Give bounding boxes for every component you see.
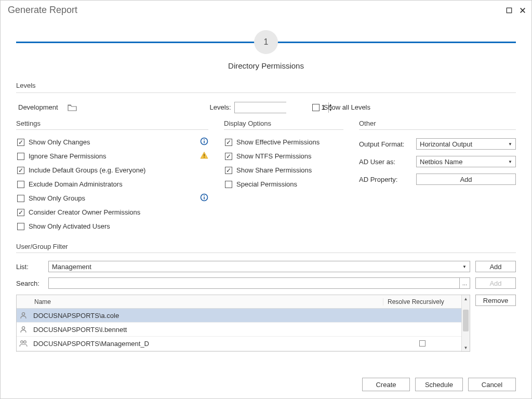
schedule-button[interactable]: Schedule	[415, 378, 463, 391]
settings-item-label: Show Only Groups	[29, 194, 85, 202]
settings-checkbox[interactable]	[17, 167, 24, 174]
folder-icon[interactable]	[68, 104, 77, 111]
filter-list-value: Management	[52, 263, 91, 271]
settings-item: Exclude Domain Administrators	[16, 177, 208, 191]
display-item: Show NTFS Permissions	[224, 149, 343, 163]
settings-item: Consider Creator Owner Permissions	[16, 205, 208, 219]
warn-icon	[200, 151, 208, 161]
group-icon	[17, 339, 30, 348]
row-name: DOCUSNAPSPORTS\l.bennett	[30, 326, 383, 334]
display-item-label: Special Permissions	[236, 180, 297, 188]
titlebar: Generate Report	[1, 1, 531, 18]
filter-search-wrap: …	[48, 277, 470, 289]
svg-rect-8	[204, 195, 205, 196]
levels-path-label: Development	[18, 103, 58, 111]
settings-item-label: Exclude Domain Administrators	[29, 180, 123, 188]
window: Generate Report 1 Directory Permissions …	[0, 0, 532, 399]
filter-search-add-button: Add	[475, 277, 516, 289]
display-item-label: Show NTFS Permissions	[236, 152, 311, 160]
scroll-up-icon[interactable]: ▲	[462, 295, 470, 302]
cancel-button[interactable]: Cancel	[468, 378, 516, 391]
filter-list-add-label: Add	[489, 263, 501, 271]
ad-user-select[interactable]: Netbios Name ▼	[416, 156, 516, 167]
settings-checkbox[interactable]	[17, 223, 24, 230]
settings-item-label: Include Default Groups (e.g. Everyone)	[29, 166, 145, 174]
svg-rect-7	[204, 197, 205, 200]
settings-item: Include Default Groups (e.g. Everyone)	[16, 163, 208, 177]
show-all-levels-checkbox[interactable]	[312, 104, 320, 111]
settings-item: Ignore Share Permissions	[16, 149, 208, 163]
output-format-label: Output Format:	[359, 140, 411, 148]
display-checkbox[interactable]	[225, 167, 232, 174]
svg-point-12	[24, 341, 26, 343]
browse-icon[interactable]: …	[459, 278, 470, 288]
ad-property-label: AD Property:	[359, 176, 411, 183]
cancel-label: Cancel	[482, 381, 502, 389]
settings-checkbox[interactable]	[17, 209, 24, 216]
output-format-select[interactable]: Horizontal Output ▼	[416, 138, 516, 150]
create-label: Create	[376, 381, 396, 389]
chevron-down-icon: ▼	[508, 159, 512, 164]
display-checkbox[interactable]	[225, 181, 232, 188]
show-all-levels-label: Show all Levels	[324, 103, 370, 111]
settings-checkbox[interactable]	[17, 195, 24, 202]
close-icon[interactable]	[519, 7, 526, 14]
display-section-label: Display Options	[224, 119, 343, 127]
other-section-label: Other	[359, 119, 516, 127]
settings-item-label: Consider Creator Owner Permissions	[29, 208, 140, 216]
display-item: Special Permissions	[224, 177, 343, 191]
table-row[interactable]: DOCUSNAPSPORTS\a.cole	[17, 309, 461, 323]
ad-property-add-button[interactable]: Add	[416, 174, 516, 185]
window-title: Generate Report	[8, 5, 77, 16]
scroll-thumb[interactable]	[463, 310, 469, 331]
row-resolve-cell	[383, 340, 461, 347]
settings-item: Show Only Changes	[16, 135, 208, 149]
chevron-down-icon: ▼	[508, 142, 512, 147]
user-icon	[17, 325, 30, 334]
display-item-label: Show Effective Permissions	[236, 138, 320, 146]
table-row[interactable]: DOCUSNAPSPORTS\Management_D	[17, 337, 461, 351]
grid-scrollbar[interactable]: ▲ ▼	[461, 295, 470, 351]
footer: Create Schedule Cancel	[1, 370, 531, 398]
settings-checkbox[interactable]	[17, 181, 24, 188]
schedule-label: Schedule	[425, 381, 453, 389]
display-checkbox[interactable]	[225, 153, 232, 160]
resolve-checkbox[interactable]	[419, 340, 425, 347]
table-row[interactable]: DOCUSNAPSPORTS\l.bennett	[17, 323, 461, 337]
output-format-value: Horizontal Output	[420, 140, 472, 148]
scroll-down-icon[interactable]: ▼	[462, 344, 470, 351]
info-icon	[200, 137, 208, 147]
ad-property-add-label: Add	[460, 176, 472, 183]
settings-section-label: Settings	[16, 119, 208, 127]
ad-user-value: Netbios Name	[420, 158, 462, 166]
filter-search-input[interactable]	[49, 278, 459, 288]
levels-spinner[interactable]: ▲ ▼	[234, 102, 286, 113]
settings-item-label: Show Only Activated Users	[29, 222, 110, 230]
step-number: 1	[254, 30, 278, 54]
settings-checkbox[interactable]	[17, 139, 24, 146]
filter-search-add-label: Add	[489, 280, 501, 287]
svg-point-9	[22, 313, 24, 315]
maximize-icon[interactable]	[506, 7, 513, 14]
filter-remove-label: Remove	[483, 297, 508, 304]
display-item: Show Share Permissions	[224, 163, 343, 177]
create-button[interactable]: Create	[362, 378, 410, 391]
svg-rect-4	[204, 154, 205, 156]
info-icon	[200, 193, 208, 203]
grid-col-resolve[interactable]: Resolve Recursively	[383, 298, 461, 305]
filter-grid: Name Resolve Recursively DOCUSNAPSPORTS\…	[16, 295, 470, 352]
display-checkbox[interactable]	[225, 139, 232, 146]
settings-checkbox[interactable]	[17, 153, 24, 160]
page-subtitle: Directory Permissions	[16, 61, 516, 70]
settings-item-label: Show Only Changes	[29, 138, 90, 146]
display-item-label: Show Share Permissions	[236, 166, 312, 174]
svg-rect-2	[204, 141, 205, 143]
grid-col-name[interactable]: Name	[30, 298, 383, 305]
filter-remove-button[interactable]: Remove	[475, 295, 516, 306]
filter-list-select[interactable]: Management ▼	[48, 261, 470, 272]
settings-item: Show Only Groups	[16, 191, 208, 205]
svg-rect-3	[204, 139, 205, 140]
settings-item: Show Only Activated Users	[16, 219, 208, 233]
svg-rect-0	[507, 8, 511, 12]
filter-list-add-button[interactable]: Add	[475, 261, 516, 272]
